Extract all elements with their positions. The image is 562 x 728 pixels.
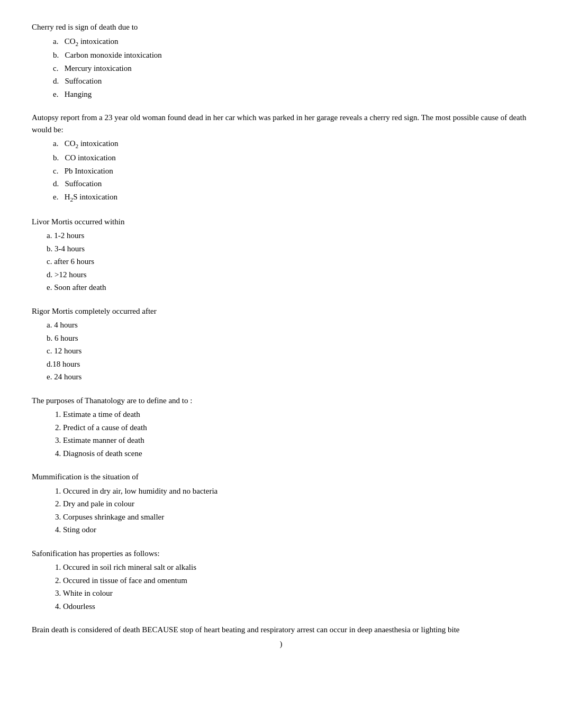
q2-label-a: a. [53,139,65,148]
question-7: Safonification has properties as follows… [32,548,530,613]
q2-value-c: Pb Intoxication [65,167,113,175]
q7-option-2: 2. Occured in tissue of face and omentum [55,575,530,587]
q2-value-b: CO intoxication [65,153,116,162]
q5-text: The purposes of Thanatology are to defin… [32,395,530,407]
question-1: Cherry red is sign of death due to a. CO… [32,21,530,100]
q2-label-d: d. [53,179,65,188]
q1-value-d: Suffocation [65,77,102,85]
q8-closing: ) [32,638,530,650]
q2-option-d: d. Suffocation [53,178,530,190]
q3-option-a: a. 1-2 hours [47,230,530,242]
q1-label-a: a. [53,37,65,46]
q2-value-a: CO2 intoxication [65,139,119,148]
q7-option-4: 4. Odourless [55,600,530,613]
q4-options: a. 4 hours b. 6 hours c. 12 hours d.18 h… [32,319,530,383]
q5-option-3: 3. Estimate manner of death [55,434,530,447]
q2-label-b: b. [53,153,65,162]
q1-label-d: d. [53,77,65,85]
q6-text: Mummification is the situation of [32,471,530,483]
q5-option-4: 4. Diagnosis of death scene [55,448,530,460]
q1-option-a: a. CO2 intoxication [53,35,530,49]
q3-option-b: b. 3-4 hours [47,243,530,255]
q2-text: Autopsy report from a 23 year old woman … [32,112,530,135]
question-4: Rigor Mortis completely occurred after a… [32,305,530,383]
question-8: Brain death is considered of death BECAU… [32,624,530,650]
q4-option-c: c. 12 hours [47,345,530,357]
q2-label-e: e. [53,193,65,201]
q2-option-a: a. CO2 intoxication [53,138,530,151]
q7-option-3: 3. White in colour [55,587,530,599]
q1-label-b: b. [53,51,65,59]
q3-option-e: e. Soon after death [47,281,530,294]
q1-option-b: b. Carbon monoxide intoxication [53,49,530,61]
q5-option-2: 2. Predict of a cause of death [55,422,530,434]
q1-value-a: CO2 intoxication [65,37,119,46]
q8-text: Brain death is considered of death BECAU… [32,624,530,636]
q4-text: Rigor Mortis completely occurred after [32,305,530,317]
q1-label-c: c. [53,64,65,72]
q2-label-c: c. [53,167,65,175]
question-2: Autopsy report from a 23 year old woman … [32,112,530,204]
q4-option-a: a. 4 hours [47,319,530,331]
q2-option-e: e. H2S intoxication [53,191,530,204]
q1-value-b: Carbon monoxide intoxication [65,51,162,59]
q1-value-c: Mercury intoxication [65,64,132,72]
q6-option-4: 4. Sting odor [55,524,530,536]
q2-value-d: Suffocation [65,179,102,188]
q1-option-c: c. Mercury intoxication [53,62,530,75]
q3-option-d: d. >12 hours [47,269,530,281]
q6-option-3: 3. Corpuses shrinkage and smaller [55,511,530,523]
q1-text: Cherry red is sign of death due to [32,21,530,33]
q1-options: a. CO2 intoxication b. Carbon monoxide i… [32,35,530,101]
q7-text: Safonification has properties as follows… [32,548,530,560]
q3-options: a. 1-2 hours b. 3-4 hours c. after 6 hou… [32,230,530,294]
q2-options: a. CO2 intoxication b. CO intoxication c… [32,138,530,204]
q6-options: 1. Occured in dry air, low humidity and … [32,485,530,536]
q3-option-c: c. after 6 hours [47,256,530,268]
q1-option-d: d. Suffocation [53,75,530,87]
question-6: Mummification is the situation of 1. Occ… [32,471,530,536]
q2-value-e: H2S intoxication [65,193,117,201]
q6-option-1: 1. Occured in dry air, low humidity and … [55,485,530,497]
q3-text: Livor Mortis occurred within [32,216,530,228]
q1-option-e: e. Hanging [53,88,530,101]
question-3: Livor Mortis occurred within a. 1-2 hour… [32,216,530,294]
q4-option-e: e. 24 hours [47,371,530,383]
q5-option-1: 1. Estimate a time of death [55,408,530,421]
q2-option-b: b. CO intoxication [53,152,530,164]
q5-options: 1. Estimate a time of death 2. Predict o… [32,408,530,459]
q4-option-d: d.18 hours [47,358,530,370]
q4-option-b: b. 6 hours [47,332,530,344]
q2-option-c: c. Pb Intoxication [53,165,530,177]
q7-option-1: 1. Occured in soil rich mineral salt or … [55,561,530,574]
q1-value-e: Hanging [65,90,92,98]
q6-option-2: 2. Dry and pale in colour [55,498,530,510]
q1-label-e: e. [53,90,65,98]
question-5: The purposes of Thanatology are to defin… [32,395,530,460]
q7-options: 1. Occured in soil rich mineral salt or … [32,561,530,612]
